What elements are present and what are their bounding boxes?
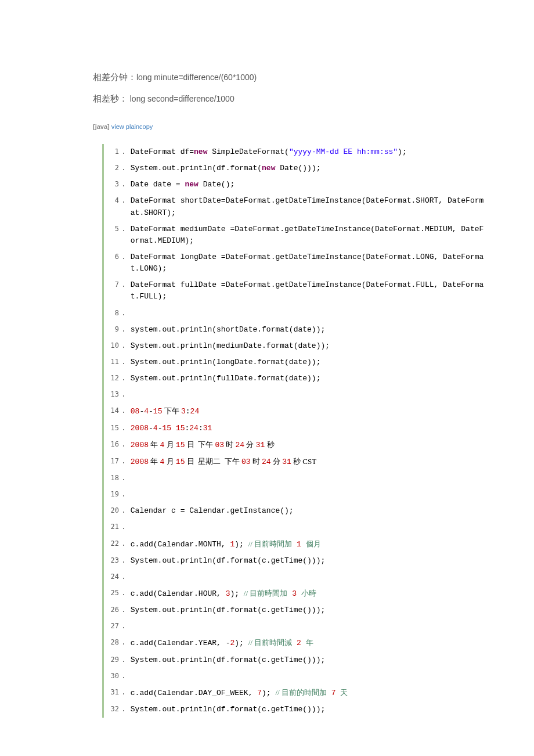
code-line: 31.c.add(Calendar.DAY_OF_WEEK, 7); // 目前… [102,685,488,701]
code-content: c.add(Calendar.YEAR, -2); // 目前時間減 2 年 [131,637,488,649]
code-line: 5.DateFormat mediumDate =DateFormat.getD… [102,221,488,249]
code-content: c.add(Calendar.DAY_OF_WEEK, 7); // 目前的時間… [131,687,488,699]
code-line: 24. [102,569,488,585]
code-content: System.out.println(df.format(c.getTime()… [131,704,488,715]
code-line: 11.System.out.println(longDate.format(da… [102,354,488,370]
code-line: 7.DateFormat fullDate =DateFormat.getDat… [102,277,488,305]
line-number: 31 [106,687,121,698]
line-number: 7 [106,279,121,290]
code-line: 20.Calendar c = Calendar.getInstance(); [102,503,488,519]
line-number: 29 [106,654,121,665]
code-content: 2008-4-15 15:24:31 [131,423,488,434]
line-number: 14 [106,405,121,416]
code-content: 2008 年 4 月 15 日 下午 03 时 24 分 31 秒 [131,439,488,451]
code-content [131,489,488,501]
code-line: 13. [102,387,488,403]
code-content [131,621,488,632]
code-content: DateFormat fullDate =DateFormat.getDateT… [131,279,488,303]
code-block: 1.DateFormat df=new SimpleDateFormat("yy… [102,144,488,718]
code-line: 4.DateFormat shortDate=DateFormat.getDat… [102,193,488,221]
line-number: 3 [106,179,121,190]
line-number: 26 [106,604,121,615]
code-content: System.out.println(df.format(new Date())… [131,163,488,174]
line-number: 4 [106,195,121,206]
code-content: DateFormat mediumDate =DateFormat.getDat… [131,224,488,247]
code-line: 12.System.out.println(fullDate.format(da… [102,370,488,387]
code-line: 18. [102,470,488,487]
line-number: 25 [106,588,121,599]
code-line: 32.System.out.println(df.format(c.getTim… [102,701,488,718]
line-number: 23 [106,555,121,566]
line-number: 6 [106,251,121,262]
intro-label-1: 相差分钟： [93,73,136,82]
code-line: 6.DateFormat longDate =DateFormat.getDat… [102,249,488,277]
code-content [131,521,488,533]
line-number: 18 [106,473,121,484]
code-line: 17.2008 年 4 月 15 日 星期二 下午 03 时 24 分 31 秒… [102,453,488,470]
line-number: 22 [106,538,121,549]
line-number: 20 [106,505,121,516]
line-number: 5 [106,224,121,235]
line-number: 28 [106,637,121,648]
intro-label-2: 相差秒： [93,94,130,103]
code-content: 08-4-15 下午 3:24 [131,405,488,417]
code-content: DateFormat df=new SimpleDateFormat("yyyy… [131,146,488,158]
line-number: 12 [106,373,121,384]
line-number: 30 [106,671,121,682]
line-number: 21 [106,521,121,532]
code-line: 1.DateFormat df=new SimpleDateFormat("yy… [102,144,488,160]
code-line: 26.System.out.println(df.format(c.getTim… [102,602,488,618]
code-content [131,671,488,682]
code-line: 2.System.out.println(df.format(new Date(… [102,160,488,177]
code-content: DateFormat longDate =DateFormat.getDateT… [131,251,488,275]
code-line: 19. [102,487,488,503]
line-number: 10 [106,340,121,351]
code-line: 30. [102,668,488,685]
code-line: 3.Date date = new Date(); [102,177,488,193]
line-number: 17 [106,456,121,467]
code-line: 22.c.add(Calendar.MONTH, 1); // 目前時間加 1 … [102,536,488,553]
code-content: c.add(Calendar.HOUR, 3); // 目前時間加 3 小時 [131,588,488,600]
line-number: 13 [106,389,121,400]
code-line: 25.c.add(Calendar.HOUR, 3); // 目前時間加 3 小… [102,585,488,602]
view-plaincopy-link[interactable]: view plaincopy [111,123,153,130]
language-tag: [java] [93,123,110,130]
line-number: 11 [106,357,121,368]
code-content: Calendar c = Calendar.getInstance(); [131,505,488,517]
line-number: 16 [106,439,121,450]
line-number: 9 [106,324,121,335]
code-line: 23.System.out.println(df.format(c.getTim… [102,553,488,569]
code-line: 28.c.add(Calendar.YEAR, -2); // 目前時間減 2 … [102,635,488,651]
line-number: 32 [106,704,121,715]
code-content: c.add(Calendar.MONTH, 1); // 目前時間加 1 個月 [131,538,488,550]
intro-code-1: long minute=difference/(60*1000) [136,73,257,82]
code-meta: [java] view plaincopy [93,123,488,130]
code-content [131,571,488,583]
code-content: DateFormat shortDate=DateFormat.getDateT… [131,195,488,218]
line-number: 15 [106,423,121,434]
intro-line-2: 相差秒： long second=difference/1000 [93,91,488,107]
line-number: 2 [106,163,121,174]
code-content: 2008 年 4 月 15 日 星期二 下午 03 时 24 分 31 秒 CS… [131,456,488,468]
code-content: System.out.println(fullDate.format(date)… [131,373,488,384]
code-content [131,389,488,401]
code-content: Date date = new Date(); [131,179,488,190]
code-line: 14.08-4-15 下午 3:24 [102,403,488,420]
code-line: 9.system.out.println(shortDate.format(da… [102,322,488,338]
code-line: 8. [102,305,488,322]
line-number: 8 [106,308,121,319]
code-content [131,473,488,484]
code-line: 27. [102,618,488,635]
line-number: 19 [106,489,121,500]
code-line: 15.2008-4-15 15:24:31 [102,420,488,437]
code-line: 16.2008 年 4 月 15 日 下午 03 时 24 分 31 秒 [102,437,488,453]
line-number: 24 [106,571,121,582]
code-content: System.out.println(longDate.format(date)… [131,357,488,368]
intro-line-1: 相差分钟：long minute=difference/(60*1000) [93,70,488,85]
code-content: System.out.println(mediumDate.format(dat… [131,340,488,352]
intro-code-2: long second=difference/1000 [130,94,234,103]
code-line: 21. [102,519,488,535]
code-content [131,308,488,319]
code-content: System.out.println(df.format(c.getTime()… [131,555,488,567]
line-number: 27 [106,621,121,632]
